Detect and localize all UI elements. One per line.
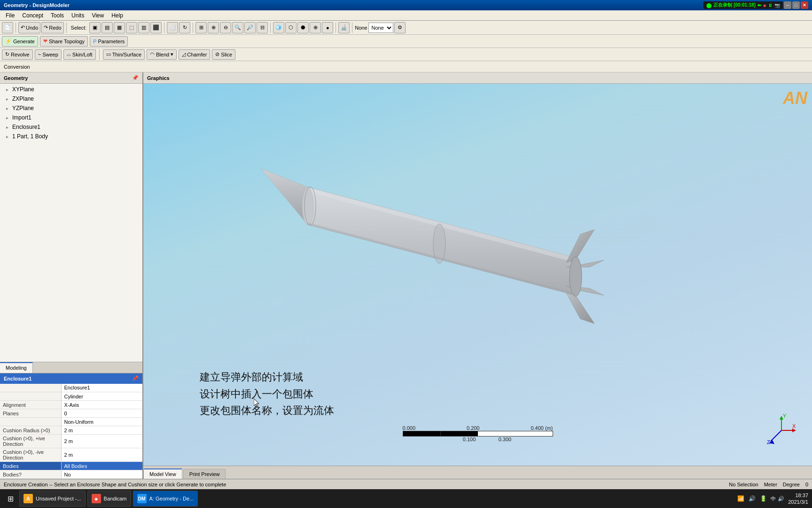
blend-button[interactable]: ◠ Blend ▾	[147, 49, 177, 60]
clock: 18:37 2021/3/1	[788, 492, 808, 506]
taskbar-right: 📶 🔊 🔋 中 🔊 18:37 2021/3/1	[737, 492, 808, 506]
bandicam-icon: ●	[92, 494, 101, 503]
taskbar-item-unsaved[interactable]: A Unsaved Project -...	[19, 491, 86, 507]
tab-modeling[interactable]: Modeling	[0, 362, 33, 373]
zoom-in[interactable]: ⊕	[208, 22, 219, 33]
thin-icon: ▭	[106, 51, 111, 57]
menu-units[interactable]: Units	[68, 11, 88, 20]
select-mode2[interactable]: ▤	[102, 22, 113, 33]
view-iso[interactable]: 🧊	[273, 22, 284, 33]
prop-val-name[interactable]: Enclosure1	[61, 384, 142, 392]
probe-btn[interactable]: 🔬	[338, 22, 350, 33]
graphics-title: Graphics	[147, 75, 170, 81]
maximize-button[interactable]: □	[792, 1, 800, 9]
pin-icon[interactable]: 📌	[132, 75, 139, 81]
prop-key-align: Alignment	[0, 401, 61, 409]
redo-button[interactable]: ↷ Redo	[41, 22, 63, 33]
tree-label-yzplane: YZPlane	[12, 105, 34, 111]
menu-help[interactable]: Help	[108, 11, 127, 20]
taskbar-item-dm[interactable]: DM A: Geometry - De...	[133, 491, 198, 507]
select-mode1[interactable]: ▣	[89, 22, 101, 33]
revolve-button[interactable]: ↻ Revolve	[2, 49, 33, 60]
taskbar-start[interactable]: ⊞	[4, 491, 17, 507]
minimize-button[interactable]: ─	[784, 1, 791, 9]
menu-concept[interactable]: Concept	[18, 11, 47, 20]
params-icon: P	[93, 39, 96, 44]
prop-key-name	[0, 384, 61, 392]
tree-label-import1: Import1	[12, 114, 31, 121]
close-button[interactable]: ✕	[801, 1, 808, 9]
svg-text:Y: Y	[783, 414, 787, 419]
parameters-button[interactable]: P Parameters	[90, 36, 128, 47]
conversion-label: Conversion	[4, 64, 30, 70]
chamfer-button[interactable]: ◿ Chamfer	[179, 49, 210, 60]
graphics-area[interactable]: AN	[143, 84, 812, 466]
select-mode3[interactable]: ▦	[114, 22, 125, 33]
zoom-box[interactable]: 🔍	[232, 22, 243, 33]
props-pin[interactable]: 📌	[132, 375, 139, 381]
status-message: Enclosure Creation -- Select an Enclosur…	[4, 482, 725, 487]
prop-val-uniform[interactable]: Non-Uniform	[61, 418, 142, 426]
tree-item-yzplane[interactable]: ▸ YZPlane	[0, 103, 142, 113]
prop-val-neg[interactable]: 2 m	[61, 448, 142, 462]
tab-print-preview[interactable]: Print Preview	[183, 469, 226, 479]
stop-icon: ■	[763, 3, 766, 8]
view-front[interactable]: ⬡	[285, 22, 297, 33]
prop-val-planes[interactable]: 0	[61, 409, 142, 418]
menu-view[interactable]: View	[88, 11, 108, 20]
view-side[interactable]: ⬣	[297, 22, 309, 33]
tree-item-xyplane[interactable]: ▸ XYPlane	[0, 85, 142, 94]
tree-item-body[interactable]: ▸ 1 Part, 1 Body	[0, 132, 142, 141]
box-select[interactable]: ⬜	[167, 22, 178, 33]
orient-btn[interactable]: ⊕	[310, 22, 321, 33]
new-button[interactable]: 📄	[2, 22, 13, 33]
select-mode4[interactable]: ⬚	[126, 22, 137, 33]
status-selection: No Selection	[729, 482, 758, 487]
thin-surface-button[interactable]: ▭ Thin/Surface	[103, 49, 145, 60]
taskbar-item-bandicam[interactable]: ● Bandicam	[87, 491, 131, 507]
conversion-bar: Conversion	[0, 61, 812, 72]
settings-btn[interactable]: ⚙	[394, 22, 406, 33]
tab-model-view[interactable]: Model View	[143, 468, 182, 479]
sweep-button[interactable]: ~ Sweep	[35, 49, 62, 60]
bottom-tabs: Model View Print Preview	[143, 466, 812, 479]
tree-item-zxplane[interactable]: ▸ ZXPlane	[0, 94, 142, 103]
prop-val-shape[interactable]: Cylinder	[61, 392, 142, 401]
speaker-icon: 🔊	[778, 496, 784, 502]
prop-val-bodies2[interactable]: No	[61, 470, 142, 479]
zoom-out[interactable]: ⊖	[220, 22, 231, 33]
prop-val-pos[interactable]: 2 m	[61, 435, 142, 448]
title-controls: ⬤ 正在录制 [00:01:18] ✏ ■ ⏸ 📷 ─ □ ✕	[703, 1, 808, 9]
share-topology-button[interactable]: ❤ Share Topology	[40, 36, 88, 47]
scale-mid	[440, 431, 441, 436]
undo-button[interactable]: ↶ Undo	[18, 22, 40, 33]
rotate-btn[interactable]: ↻	[179, 22, 190, 33]
menu-tools[interactable]: Tools	[47, 11, 68, 20]
none-select[interactable]: None	[368, 23, 393, 33]
zoom-prev[interactable]: ⊟	[257, 22, 268, 33]
skin-loft-button[interactable]: ⌓ Skin/Loft	[63, 49, 96, 60]
prop-val-bodies[interactable]: All Bodies	[61, 462, 142, 470]
prop-val-align[interactable]: X-Axis	[61, 401, 142, 409]
view-shaded[interactable]: ●	[322, 22, 333, 33]
prop-val-radius[interactable]: 2 m	[61, 426, 142, 435]
tree-item-import1[interactable]: ▸ Import1	[0, 113, 142, 122]
record-icon: ⬤	[706, 3, 711, 8]
zoom-select[interactable]: 🔎	[244, 22, 256, 33]
slice-button[interactable]: ⊘ Slice	[212, 49, 235, 60]
menu-file[interactable]: File	[2, 11, 18, 20]
zoom-fit[interactable]: ⊞	[195, 22, 207, 33]
overlay-text: 建立导弹外部的计算域 设计树中插入一个包围体 更改包围体名称，设置为流体	[200, 369, 334, 419]
select-mode5[interactable]: ▥	[138, 22, 149, 33]
generate-button[interactable]: ⚡ Generate	[2, 36, 38, 47]
prop-key-neg: Cushion (>0), -ive Direction	[0, 448, 61, 462]
select-mode6[interactable]: ⬛	[150, 22, 162, 33]
prop-row-shape: Cylinder	[0, 392, 142, 401]
svg-marker-6	[566, 230, 594, 262]
scale-spacer2	[534, 437, 553, 442]
sweep-label: Sweep	[42, 52, 58, 57]
prop-row-align: Alignment X-Axis	[0, 401, 142, 409]
sep-op1	[99, 49, 100, 60]
revolve-label: Revolve	[11, 52, 30, 57]
tree-item-enclosure1[interactable]: ▸ Enclosure1	[0, 122, 142, 132]
